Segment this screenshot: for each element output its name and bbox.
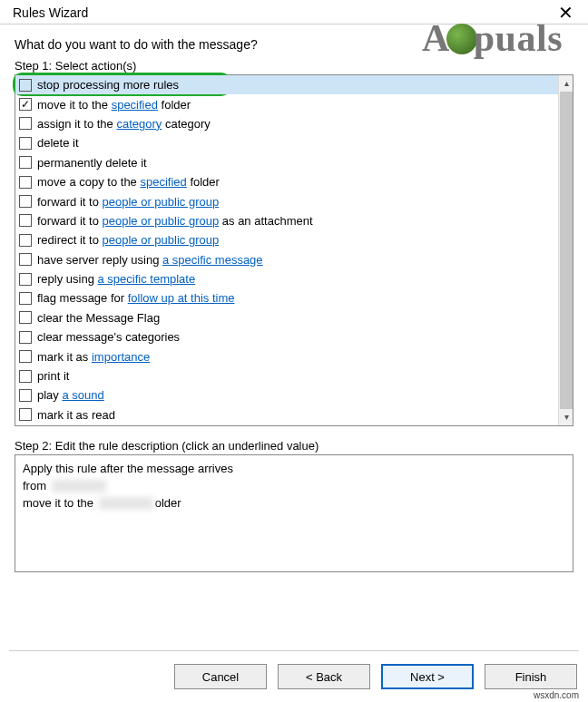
rule-description[interactable]: Apply this rule after the message arrive… [15, 454, 573, 572]
action-row[interactable]: flag message for follow up at this time [15, 288, 558, 307]
action-row[interactable]: clear the Message Flag [15, 308, 558, 327]
step1-label: Step 1: Select action(s) [15, 59, 573, 73]
action-label: play a sound [37, 388, 104, 402]
next-button[interactable]: Next > [381, 664, 474, 689]
separator [9, 650, 579, 651]
action-label: move a copy to the specified folder [37, 175, 220, 189]
action-row[interactable]: permanently delete it [15, 153, 558, 172]
action-label: move it to the specified folder [37, 98, 191, 112]
scroll-thumb[interactable] [560, 92, 573, 409]
action-label: forward it to people or public group as … [37, 214, 313, 228]
action-link[interactable]: people or public group [103, 233, 220, 247]
scrollbar[interactable]: ▴ ▾ [558, 75, 573, 425]
action-checkbox[interactable] [19, 214, 32, 227]
action-label: assign it to the category category [37, 117, 211, 131]
action-row[interactable]: have server reply using a specific messa… [15, 250, 558, 269]
close-icon[interactable]: ✕ [553, 5, 579, 20]
action-link[interactable]: people or public group [103, 214, 220, 228]
action-label: forward it to people or public group [37, 195, 219, 209]
desc-line-3: move it to the older [23, 495, 565, 512]
finish-button[interactable]: Finish [485, 664, 577, 689]
action-row[interactable]: move a copy to the specified folder [15, 172, 558, 191]
action-label: permanently delete it [37, 156, 147, 170]
scroll-down-icon[interactable]: ▾ [560, 410, 573, 424]
scroll-up-icon[interactable]: ▴ [560, 76, 573, 91]
action-checkbox[interactable] [19, 156, 32, 169]
dialog-title: Rules Wizard [13, 5, 88, 20]
redacted-value [99, 497, 153, 510]
action-checkbox[interactable] [19, 176, 32, 189]
action-checkbox[interactable] [19, 117, 32, 130]
prompt-text: What do you want to do with the message? [15, 37, 573, 52]
footer-text: wsxdn.com [534, 690, 579, 700]
action-link[interactable]: people or public group [103, 195, 220, 209]
action-link[interactable]: specified [140, 175, 186, 189]
action-checkbox[interactable] [19, 389, 32, 402]
action-label: redirect it to people or public group [37, 233, 219, 247]
redacted-value [52, 480, 106, 492]
action-row[interactable]: delete it [15, 133, 558, 152]
action-row[interactable]: forward it to people or public group [15, 191, 558, 210]
action-label: stop processing more rules [37, 78, 179, 92]
action-checkbox[interactable] [19, 98, 32, 111]
action-link[interactable]: follow up at this time [128, 291, 235, 305]
action-checkbox[interactable] [19, 234, 32, 247]
desc-line-1: Apply this rule after the message arrive… [23, 461, 565, 478]
action-row[interactable]: move it to the specified folder [15, 94, 558, 113]
action-label: mark it as read [37, 408, 115, 422]
actions-listbox[interactable]: stop processing more rulesmove it to the… [15, 74, 573, 426]
action-link[interactable]: a sound [62, 388, 103, 402]
action-label: print it [37, 369, 69, 383]
action-row[interactable]: play a sound [15, 385, 558, 405]
action-row[interactable]: print it [15, 366, 558, 385]
desc-line-2: from [23, 478, 565, 495]
action-label: flag message for follow up at this time [37, 291, 235, 305]
action-label: mark it as importance [37, 350, 150, 364]
action-row[interactable]: mark it as read [15, 405, 558, 424]
action-checkbox[interactable] [19, 292, 32, 305]
action-checkbox[interactable] [19, 253, 32, 266]
action-row[interactable]: stop processing more rules [15, 75, 558, 94]
action-row[interactable]: mark it as importance [15, 346, 558, 366]
action-row[interactable]: assign it to the category category [15, 114, 558, 133]
action-row[interactable]: clear message's categories [15, 327, 558, 346]
action-checkbox[interactable] [19, 350, 32, 363]
action-checkbox[interactable] [19, 408, 32, 421]
action-checkbox[interactable] [19, 370, 32, 383]
action-row[interactable]: forward it to people or public group as … [15, 211, 558, 230]
action-link[interactable]: specified [112, 98, 158, 112]
cancel-button[interactable]: Cancel [174, 664, 267, 689]
action-link[interactable]: a specific message [162, 253, 263, 267]
action-link[interactable]: importance [92, 350, 150, 364]
action-label: reply using a specific template [37, 272, 195, 286]
action-checkbox[interactable] [19, 137, 32, 150]
step2-label: Step 2: Edit the rule description (click… [15, 439, 573, 453]
action-checkbox[interactable] [19, 195, 32, 208]
action-checkbox[interactable] [19, 79, 32, 92]
action-link[interactable]: a specific template [97, 272, 195, 286]
action-label: delete it [37, 136, 79, 150]
back-button[interactable]: < Back [278, 664, 370, 689]
action-label: clear the Message Flag [37, 311, 160, 325]
action-checkbox[interactable] [19, 273, 32, 286]
action-row[interactable]: reply using a specific template [15, 269, 558, 288]
action-row[interactable]: redirect it to people or public group [15, 230, 558, 249]
action-link[interactable]: category [116, 117, 162, 131]
action-label: clear message's categories [37, 330, 180, 344]
action-checkbox[interactable] [19, 311, 32, 324]
action-checkbox[interactable] [19, 331, 32, 344]
action-label: have server reply using a specific messa… [37, 253, 263, 267]
